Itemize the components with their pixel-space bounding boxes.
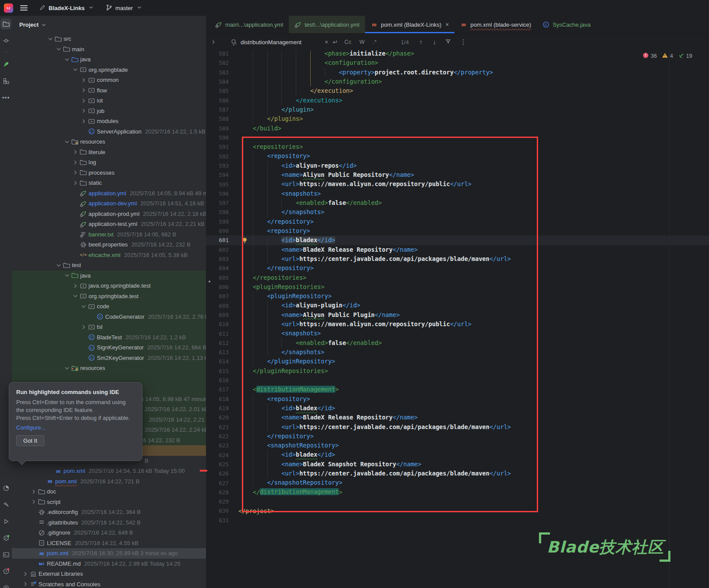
chevron-down-icon[interactable] xyxy=(46,35,55,42)
code-line-614[interactable]: 614</pluginRepository> xyxy=(206,357,709,366)
code-line-611[interactable]: 611<snapshots> xyxy=(206,329,709,338)
tool-button-vcs[interactable] xyxy=(0,582,11,588)
whole-words-toggle[interactable]: W xyxy=(359,39,365,45)
chevron-down-icon[interactable] xyxy=(71,66,80,73)
chevron-down-icon[interactable] xyxy=(79,303,88,310)
line-number[interactable]: 628 xyxy=(206,489,236,496)
code-line-616[interactable]: 616 xyxy=(206,376,709,385)
line-number[interactable]: 599 xyxy=(206,218,236,225)
code-line-587[interactable]: 587</plugin> xyxy=(206,105,709,114)
chevron-right-icon[interactable] xyxy=(71,169,80,176)
chevron-right-icon[interactable] xyxy=(21,570,30,577)
close-tab-icon[interactable]: × xyxy=(445,21,449,28)
tree-item-pom-xml[interactable]: mpom.xml2025/7/16 14:54, 5.16 kB Today 1… xyxy=(12,466,206,476)
chevron-right-icon[interactable] xyxy=(29,488,38,495)
tree-item-license[interactable]: ?LICENSE2025/7/16 14:22, 4.55 kB xyxy=(12,538,206,549)
chevron-right-icon[interactable] xyxy=(79,97,88,104)
line-number[interactable]: 594 xyxy=(206,172,236,178)
line-number[interactable]: 589 xyxy=(206,125,236,132)
match-case-toggle[interactable]: Cc xyxy=(344,39,351,45)
code-line-607[interactable]: 607<pluginRepository> xyxy=(206,292,709,301)
line-number[interactable]: 596 xyxy=(206,190,236,197)
code-line-584[interactable]: 584</configuration> xyxy=(206,77,709,86)
tree-item-application-yml[interactable]: application.yml2025/7/16 14:05, 8.94 kB … xyxy=(12,188,206,199)
line-number[interactable]: 620 xyxy=(206,414,236,421)
code-line-627[interactable]: 627</snapshotRepository> xyxy=(206,478,709,487)
tab-test-application-yml[interactable]: test\...\application.yml xyxy=(289,16,365,33)
chevron-down-icon[interactable] xyxy=(71,292,80,299)
code-line-594[interactable]: 594<name>Aliyun Public Repository</name> xyxy=(206,170,709,180)
line-number[interactable]: 603 xyxy=(206,256,236,262)
tool-button-services[interactable] xyxy=(0,532,11,543)
line-number[interactable]: 616 xyxy=(206,377,236,384)
line-number[interactable]: 627 xyxy=(206,480,236,486)
tree-item-pom-xml[interactable]: mpom.xml2025/7/16 16:30, 25.89 kB 3 minu… xyxy=(12,548,206,559)
code-line-601[interactable]: 601<id>bladex</id> xyxy=(206,236,709,245)
line-number[interactable]: 610 xyxy=(206,321,236,327)
tree-item-doc[interactable]: doc xyxy=(12,486,206,497)
tree-item-processes[interactable]: processes xyxy=(12,168,206,178)
line-number[interactable]: 631 xyxy=(206,517,236,524)
newline-icon[interactable]: ↵ xyxy=(333,39,338,46)
code-line-591[interactable]: 591<repositories> xyxy=(206,142,709,151)
tree-item-modules[interactable]: modules xyxy=(12,116,206,127)
more-options-icon[interactable]: ⋮ xyxy=(460,38,467,46)
chevron-down-icon[interactable] xyxy=(63,56,71,63)
line-number[interactable]: 581 xyxy=(206,50,236,57)
tree-item-scratches-and-consoles[interactable]: Scratches and Consoles xyxy=(12,579,206,588)
code-line-600[interactable]: 600<repository> xyxy=(206,226,709,236)
line-number[interactable]: 623 xyxy=(206,442,236,449)
code-line-631[interactable]: 631 xyxy=(206,516,709,525)
code-line-608[interactable]: 608<id>aliyun-plugin</id> xyxy=(206,301,709,310)
branch-widget[interactable]: master xyxy=(106,4,142,12)
chevron-right-icon[interactable] xyxy=(79,107,88,114)
code-line-582[interactable]: 582<configuration> xyxy=(206,58,709,67)
tree-item-java-org-springblade-test[interactable]: java.org.springblade.test xyxy=(12,281,206,291)
code-line-625[interactable]: 625<name>BladeX Snapshot Repository</nam… xyxy=(206,460,709,469)
code-line-585[interactable]: 585</execution> xyxy=(206,86,709,95)
line-number[interactable]: 597 xyxy=(206,200,236,206)
line-number[interactable]: 590 xyxy=(206,134,236,141)
code-line-622[interactable]: 622</repository> xyxy=(206,432,709,441)
code-line-581[interactable]: 581<phase>initialize</phase> xyxy=(206,50,709,58)
line-number[interactable]: 618 xyxy=(206,396,236,402)
code-line-612[interactable]: 612<enabled>false</enabled> xyxy=(206,338,709,348)
tree-item-codegenerator[interactable]: CCodeGenerator2025/7/16 14:22, 2.76 kB xyxy=(12,312,206,322)
line-number[interactable]: 617 xyxy=(206,386,236,393)
code-line-592[interactable]: 592<repository> xyxy=(206,151,709,161)
tool-button-project[interactable] xyxy=(0,18,11,29)
code-line-590[interactable]: 590 xyxy=(206,133,709,142)
tree-item-banner-txt[interactable]: banner.txt2025/7/16 14:05, 662 B xyxy=(12,229,206,240)
line-number[interactable]: 582 xyxy=(206,60,236,66)
line-number[interactable]: 626 xyxy=(206,470,236,477)
code-line-588[interactable]: 588</plugins> xyxy=(206,114,709,123)
line-number[interactable]: 612 xyxy=(206,340,236,346)
tree-item-application-test-yml[interactable]: application-test.yml2025/7/16 14:22, 2.2… xyxy=(12,219,206,229)
tree-item--gitattributes[interactable]: .gitattributes2025/7/16 14:22, 542 B xyxy=(12,518,206,528)
chevron-right-icon[interactable] xyxy=(21,581,30,588)
chevron-right-icon[interactable] xyxy=(79,324,88,331)
code-line-609[interactable]: 609<name>Aliyun Public Plugin</name> xyxy=(206,310,709,320)
main-menu-button[interactable] xyxy=(20,5,28,11)
code-line-619[interactable]: 619<id>bladex</id> xyxy=(206,404,709,413)
project-widget[interactable]: BladeX-Links xyxy=(39,4,94,12)
line-number[interactable]: 602 xyxy=(206,246,236,253)
line-number[interactable]: 615 xyxy=(206,368,236,374)
code-line-598[interactable]: 598</snapshots> xyxy=(206,208,709,217)
line-number[interactable]: 607 xyxy=(206,293,236,299)
tree-item-main[interactable]: main xyxy=(12,44,206,55)
tab-syscache-java[interactable]: CSysCache.java xyxy=(537,16,596,33)
line-number[interactable]: 591 xyxy=(206,144,236,150)
line-number[interactable]: 621 xyxy=(206,424,236,430)
code-line-602[interactable]: 602<name>BladeX Release Repository</name… xyxy=(206,245,709,254)
code-line-613[interactable]: 613</snapshots> xyxy=(206,348,709,357)
tab-pom-xml-blade-service-[interactable]: mpom.xml (blade-service) xyxy=(454,16,537,33)
tree-item-log[interactable]: log xyxy=(12,157,206,168)
tool-button-structure[interactable] xyxy=(0,75,11,86)
tree-item-literule[interactable]: literule xyxy=(12,147,206,158)
line-number[interactable]: 588 xyxy=(206,116,236,122)
line-number[interactable]: 606 xyxy=(206,284,236,290)
code-line-623[interactable]: 623<snapshotRepository> xyxy=(206,441,709,450)
chevron-down-icon[interactable] xyxy=(63,138,71,145)
chevron-down-icon[interactable] xyxy=(54,46,63,53)
